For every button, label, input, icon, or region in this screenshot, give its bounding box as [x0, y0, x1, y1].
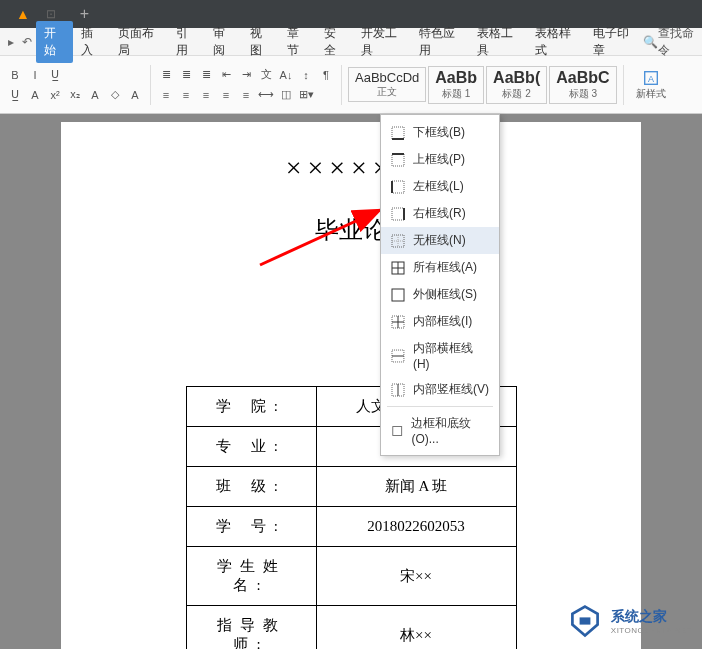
watermark-logo-icon: [567, 603, 603, 639]
border-innerv-item[interactable]: 内部竖框线(V): [381, 376, 499, 403]
ribbon-toolbar: B I U̲ U̲ A x² x₂ A ◇ A ≣ ≣ ≣ ⇤ ⇥ 文 A↓ ↕…: [0, 56, 702, 114]
indent-right-button[interactable]: ⇥: [237, 66, 255, 84]
dialog-icon: [391, 424, 403, 438]
border-all-icon: [391, 261, 405, 275]
bullet-list-button[interactable]: ≣: [157, 66, 175, 84]
menu-bar: ▸ ↶ 开始 插入 页面布局 引用 审阅 视图 章节 安全 开发工具 特色应用 …: [0, 28, 702, 56]
svg-rect-4: [392, 154, 404, 166]
font-color-button[interactable]: A: [26, 86, 44, 104]
line-spacing-button[interactable]: ↕: [297, 66, 315, 84]
warning-icon: ▲: [16, 6, 30, 22]
svg-rect-8: [392, 208, 404, 220]
border-bottom-item[interactable]: 下框线(B): [381, 119, 499, 146]
menu-esignature[interactable]: 电子印章: [585, 21, 643, 63]
border-left-item[interactable]: 左框线(L): [381, 173, 499, 200]
svg-rect-24: [393, 426, 402, 435]
style-normal[interactable]: AaBbCcDd 正文: [348, 67, 426, 102]
menu-insert[interactable]: 插入: [73, 21, 110, 63]
app-menu-icon[interactable]: ▸: [8, 35, 14, 49]
document-area: ×××××× 毕业论 学 院:人文社会科学学院 专 业:新闻学 班 级:新闻 A…: [0, 114, 702, 649]
svg-text:A: A: [648, 73, 654, 83]
menu-review[interactable]: 审阅: [205, 21, 242, 63]
svg-rect-16: [392, 289, 404, 301]
menu-page-layout[interactable]: 页面布局: [110, 21, 168, 63]
border-left-icon: [391, 180, 405, 194]
style-heading3[interactable]: AaBbC 标题 3: [549, 66, 616, 104]
undo-icon[interactable]: ↶: [22, 35, 32, 49]
border-inner-icon: [391, 315, 405, 329]
watermark-url: XITONGZHIJIA.NET: [611, 626, 692, 635]
border-innerh-item[interactable]: 内部横框线(H): [381, 335, 499, 376]
border-innerh-icon: [391, 349, 405, 363]
text-direction-button[interactable]: 文: [257, 66, 275, 84]
menu-table-styles[interactable]: 表格样式: [527, 21, 585, 63]
menu-start[interactable]: 开始: [36, 21, 73, 63]
watermark: 系统之家 XITONGZHIJIA.NET: [567, 603, 692, 639]
shading-button[interactable]: ◫: [277, 86, 295, 104]
highlight-button[interactable]: A: [86, 86, 104, 104]
style-heading2[interactable]: AaBb( 标题 2: [486, 66, 547, 104]
font-effect-button[interactable]: A: [126, 86, 144, 104]
document-page[interactable]: ×××××× 毕业论 学 院:人文社会科学学院 专 业:新闻学 班 级:新闻 A…: [61, 122, 641, 649]
table-row: 学生姓名:宋××: [186, 547, 516, 606]
menu-special[interactable]: 特色应用: [411, 21, 469, 63]
underline-button[interactable]: U̲: [46, 66, 64, 84]
menu-chapter[interactable]: 章节: [279, 21, 316, 63]
border-innerv-icon: [391, 383, 405, 397]
table-row: 学 号:2018022602053: [186, 507, 516, 547]
style-heading1[interactable]: AaBb 标题 1: [428, 66, 484, 104]
align-left-button[interactable]: ≡: [157, 86, 175, 104]
menu-reference[interactable]: 引用: [168, 21, 205, 63]
new-style-button[interactable]: A 新样式: [630, 69, 672, 101]
doc-title: ××××××: [81, 152, 621, 184]
superscript-button[interactable]: x²: [46, 86, 64, 104]
border-outer-item[interactable]: 外侧框线(S): [381, 281, 499, 308]
align-button[interactable]: A↓: [277, 66, 295, 84]
align-justify-button[interactable]: ≡: [217, 86, 235, 104]
line-height-button[interactable]: ⟷: [257, 86, 275, 104]
border-inner-item[interactable]: 内部框线(I): [381, 308, 499, 335]
border-none-icon: [391, 234, 405, 248]
svg-rect-6: [392, 181, 404, 193]
border-all-item[interactable]: 所有框线(A): [381, 254, 499, 281]
border-outer-icon: [391, 288, 405, 302]
border-dialog-item[interactable]: 边框和底纹(O)...: [381, 410, 499, 451]
dropdown-separator: [387, 406, 493, 407]
border-dropdown-menu: 下框线(B) 上框线(P) 左框线(L) 右框线(R) 无框线(N) 所有框线(…: [380, 114, 500, 456]
svg-rect-27: [579, 617, 590, 624]
strikethrough-button[interactable]: U̲: [6, 86, 24, 104]
menu-devtools[interactable]: 开发工具: [353, 21, 411, 63]
border-none-item[interactable]: 无框线(N): [381, 227, 499, 254]
watermark-title: 系统之家: [611, 608, 692, 626]
tab-indicator: ⊡: [46, 7, 56, 21]
align-right-button[interactable]: ≡: [197, 86, 215, 104]
distribute-button[interactable]: ≡: [237, 86, 255, 104]
paragraph-button[interactable]: ¶: [317, 66, 335, 84]
number-list-button[interactable]: ≣: [177, 66, 195, 84]
table-row: 指导教师:林××: [186, 606, 516, 650]
search-command[interactable]: 🔍 查找命令: [643, 25, 698, 59]
multilevel-button[interactable]: ≣: [197, 66, 215, 84]
search-icon: 🔍: [643, 35, 658, 49]
menu-security[interactable]: 安全: [316, 21, 353, 63]
border-right-icon: [391, 207, 405, 221]
border-dropdown-button[interactable]: ⊞▾: [297, 86, 315, 104]
italic-button[interactable]: I: [26, 66, 44, 84]
subscript-button[interactable]: x₂: [66, 86, 84, 104]
bold-button[interactable]: B: [6, 66, 24, 84]
svg-rect-2: [392, 127, 404, 139]
border-top-item[interactable]: 上框线(P): [381, 146, 499, 173]
clear-format-button[interactable]: ◇: [106, 86, 124, 104]
menu-view[interactable]: 视图: [242, 21, 279, 63]
table-row: 班 级:新闻 A 班: [186, 467, 516, 507]
border-bottom-icon: [391, 126, 405, 140]
indent-left-button[interactable]: ⇤: [217, 66, 235, 84]
doc-subtitle: 毕业论: [81, 214, 621, 246]
menu-table-tools[interactable]: 表格工具: [469, 21, 527, 63]
align-center-button[interactable]: ≡: [177, 86, 195, 104]
border-right-item[interactable]: 右框线(R): [381, 200, 499, 227]
border-top-icon: [391, 153, 405, 167]
